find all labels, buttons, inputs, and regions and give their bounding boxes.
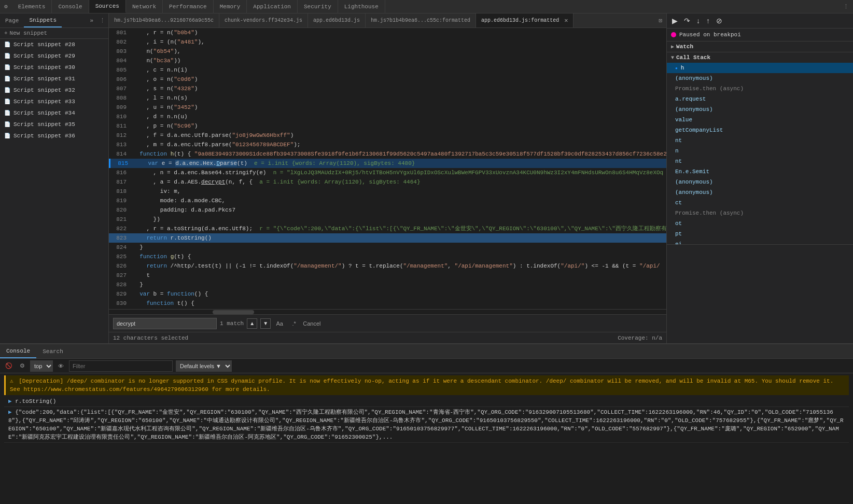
devtools-body: Page Snippets » ⋮ + New snippet 📄 Script… [0, 13, 853, 343]
find-prev-btn[interactable]: ▲ [247, 318, 257, 329]
callstack-item-arequest[interactable]: a.request [667, 94, 853, 104]
code-editor-area: hm.js?b1b4b9ea6...92160766a9c55c chunk-v… [109, 13, 666, 343]
callstack-item-enesemit[interactable]: En.e.Semit [667, 166, 853, 177]
console-settings-btn[interactable]: ⚙ [18, 361, 27, 370]
callstack-arrow: ▼ [671, 55, 674, 61]
snippet-item-35[interactable]: 📄 Script snippet #35 [0, 119, 108, 130]
code-line-813: 813 , m = d.a.enc.Utf8.parse("0123456789… [109, 140, 666, 149]
snippet-item-28[interactable]: 📄 Script snippet #28 [0, 39, 108, 50]
step-into-btn[interactable]: ↓ [695, 16, 701, 26]
snippet-item-31[interactable]: 📄 Script snippet #31 [0, 73, 108, 85]
callstack-item-promisethen2[interactable]: Promise.then (async) [667, 208, 853, 218]
snippet-item-32[interactable]: 📄 Script snippet #32 [0, 85, 108, 96]
warning-link[interactable]: https://www.chromestatus.com/features/49… [23, 386, 208, 393]
tab-sources[interactable]: Sources [89, 0, 126, 13]
callstack-item-anon3[interactable]: (anonymous) [667, 177, 853, 187]
callstack-item-ct[interactable]: ct [667, 198, 853, 208]
tab-application[interactable]: Application [247, 0, 298, 13]
log-arrow2: ▶ [8, 409, 12, 415]
bottom-tab-console[interactable]: Console [0, 344, 36, 358]
tab-performance[interactable]: Performance [163, 0, 214, 13]
code-line-808: 808 , l = n.n(s) [109, 93, 666, 103]
bottom-tabs: Console Search [0, 344, 853, 359]
show-network-btn[interactable]: 👁 [56, 362, 66, 370]
callstack-item-n[interactable]: n [667, 146, 853, 156]
tab-memory[interactable]: Memory [214, 0, 247, 13]
watch-header[interactable]: ▶ Watch [667, 41, 853, 52]
code-status-bar: 12 characters selected Coverage: n/a [109, 332, 666, 343]
console-filter-input[interactable] [69, 360, 173, 372]
callstack-item-nt1[interactable]: nt [667, 135, 853, 146]
snippet-item-36[interactable]: 📄 Script snippet #36 [0, 130, 108, 142]
find-bar: 1 match ▲ ▼ Aa .* Cancel [109, 314, 666, 332]
callstack-item-value[interactable]: value [667, 115, 853, 125]
callstack-item-anon2[interactable]: (anonymous) [667, 104, 853, 115]
callstack-item-getcompanylist[interactable]: getCompanyList [667, 125, 853, 135]
tab-network[interactable]: Network [126, 0, 163, 13]
pause-dot [671, 32, 676, 37]
tab-security[interactable]: Security [298, 0, 338, 13]
tab-elements[interactable]: Elements [12, 0, 52, 13]
snippet-item-34[interactable]: 📄 Script snippet #34 [0, 107, 108, 119]
log-levels-select[interactable]: Default levels ▼ [176, 360, 232, 372]
sidebar-more-btn[interactable]: » [87, 18, 96, 24]
file-tab-hm2[interactable]: hm.js?b1b4b9ea6...c55c:formatted [366, 13, 476, 27]
sidebar-tab-snippets[interactable]: Snippets [24, 13, 62, 27]
step-over-btn[interactable]: ↷ [683, 16, 691, 26]
right-panel: ▶ ↷ ↓ ↑ ⊘ Paused on breakpoi ▶ Watch [666, 13, 853, 343]
snippet-item-29[interactable]: 📄 Script snippet #29 [0, 50, 108, 62]
collapse-icon[interactable]: ⊡ [656, 17, 664, 24]
sidebar-tabs: Page Snippets » ⋮ [0, 13, 108, 28]
callstack-label: Call Stack [676, 54, 710, 61]
watch-arrow: ▶ [671, 44, 674, 50]
callstack-item-anon4[interactable]: (anonymous) [667, 187, 853, 198]
find-regex-btn[interactable]: .* [288, 318, 300, 329]
snippet-icon: 📄 [4, 87, 10, 93]
snippet-label: Script snippet #30 [13, 64, 75, 71]
find-next-btn[interactable]: ▼ [260, 318, 271, 329]
file-tab-appedbd[interactable]: app.ed6bd13d.js [308, 13, 366, 27]
callstack-item-nt2[interactable]: nt [667, 156, 853, 166]
console-log-result: ▶ {"code":200,"data":{"list":[{"QY_FR_NA… [4, 407, 849, 443]
bottom-tab-search[interactable]: Search [36, 344, 69, 358]
file-tab-appformatted[interactable]: app.ed6bd13d.js:formatted ✕ [476, 13, 574, 27]
sidebar-tab-page[interactable]: Page [0, 13, 24, 27]
callstack-item-ot[interactable]: ot [667, 218, 853, 229]
watch-section: ▶ Watch [667, 41, 853, 52]
find-input[interactable] [113, 318, 217, 329]
callstack-item-anon1[interactable]: (anonymous) [667, 73, 853, 83]
file-tab-hm1[interactable]: hm.js?b1b4b9ea6...92160766a9c55c [109, 13, 219, 27]
callstack-header[interactable]: ▼ Call Stack [667, 52, 853, 63]
clear-console-btn[interactable]: 🚫 [3, 361, 15, 370]
resume-btn[interactable]: ▶ [671, 16, 679, 26]
find-case-btn[interactable]: Aa [274, 318, 285, 329]
tab-console[interactable]: Console [52, 0, 89, 13]
callstack-item-h[interactable]: h [667, 63, 853, 73]
code-content[interactable]: 801 , r = n("b0b4") 802 , i = (n("a481")… [109, 28, 666, 314]
snippet-icon: 📄 [4, 110, 10, 116]
new-snippet-btn[interactable]: + New snippet [4, 30, 47, 36]
callstack-item-promisethen1[interactable]: Promise.then (async) [667, 83, 853, 94]
find-cancel-btn[interactable]: Cancel [303, 320, 320, 327]
console-log-rtostring: ▶ r.toString() [4, 396, 849, 407]
callstack-item-pt[interactable]: pt [667, 229, 853, 239]
context-select[interactable]: top [30, 360, 53, 372]
snippet-item-30[interactable]: 📄 Script snippet #30 [0, 62, 108, 73]
deactivate-btn[interactable]: ⊘ [715, 16, 723, 26]
file-tab-label: app.ed6bd13d.js:formatted [481, 18, 559, 23]
code-line-817: 817 , a = d.a.AES.decrypt(n, f, { a = i.… [109, 177, 666, 187]
file-tabs: hm.js?b1b4b9ea6...92160766a9c55c chunk-v… [109, 13, 666, 28]
sidebar-menu-btn[interactable]: ⋮ [96, 17, 108, 24]
tab-lighthouse[interactable]: Lighthouse [338, 0, 385, 13]
code-line-826: 826 return /^http/.test(t) || (-1 != t.i… [109, 261, 666, 271]
snippet-item-33[interactable]: 📄 Script snippet #33 [0, 96, 108, 107]
code-line-820: 820 padding: d.a.pad.Pkcs7 [109, 205, 666, 215]
close-icon[interactable]: ✕ [564, 17, 568, 24]
code-line-816: 816 , n = d.a.enc.Base64.stringify(e) n … [109, 168, 666, 177]
file-tab-chunk[interactable]: chunk-vendors.ff342e34.js [219, 13, 308, 27]
callstack-item-ei[interactable]: ei [667, 239, 853, 244]
code-line-828: 828 } [109, 280, 666, 289]
code-line-818: 818 iv: m, [109, 187, 666, 196]
code-line-802: 802 , i = (n("a481"), [109, 37, 666, 47]
step-out-btn[interactable]: ↑ [705, 16, 711, 26]
